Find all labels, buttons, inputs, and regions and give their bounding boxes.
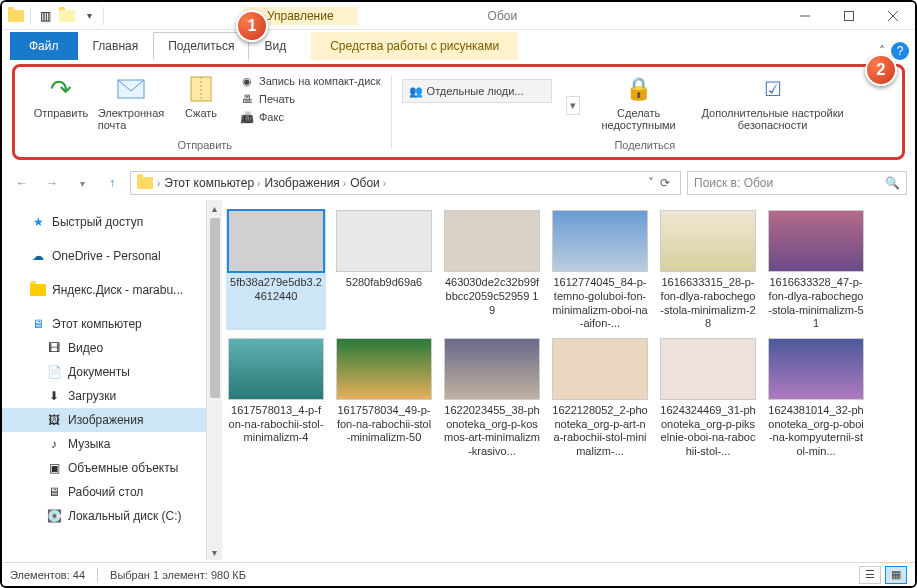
search-input[interactable]: Поиск в: Обои 🔍 [687, 171, 907, 195]
scroll-down-icon[interactable]: ▾ [207, 544, 222, 560]
file-label: 463030de2c32b99fbbcc2059c52959 19 [442, 276, 542, 317]
file-thumbnail [444, 338, 540, 400]
breadcrumb-seg-pictures[interactable]: Изображения› [264, 176, 346, 190]
window-controls [783, 2, 915, 30]
fax-label: Факс [259, 111, 284, 123]
downloads-icon: ⬇ [46, 388, 62, 404]
file-thumbnail [336, 338, 432, 400]
nav-3d-objects[interactable]: ▣Объемные объекты [2, 456, 222, 480]
view-details-button[interactable]: ☰ [859, 566, 881, 584]
scrollbar-thumb[interactable] [210, 218, 220, 398]
breadcrumb-seg-wallpapers[interactable]: Обои› [350, 176, 386, 190]
nav-documents[interactable]: 📄Документы [2, 360, 222, 384]
minimize-icon [800, 11, 810, 21]
file-label: 1624324469_31-phonoteka_org-p-pikselnie-… [658, 404, 758, 458]
ribbon-group-send: ↷ Отправить Электронная почта Сжать [23, 71, 387, 153]
separator [30, 7, 31, 25]
nav-recent-button[interactable]: ▾ [70, 171, 94, 195]
file-item[interactable]: 1624381014_32-phonoteka_org-p-oboi-na-ko… [766, 338, 866, 458]
nav-desktop[interactable]: 🖥Рабочий стол [2, 480, 222, 504]
scroll-up-icon[interactable]: ▴ [207, 200, 222, 216]
file-label: 1617578013_4-p-fon-na-rabochii-stol-mini… [226, 404, 326, 445]
nav-up-button[interactable]: ↑ [100, 171, 124, 195]
navigation-pane: ★Быстрый доступ ☁OneDrive - Personal Янд… [2, 200, 222, 560]
chevron-right-icon[interactable]: › [157, 178, 160, 189]
file-item[interactable]: 463030de2c32b99fbbcc2059c52959 19 [442, 210, 542, 330]
close-icon [888, 11, 898, 21]
addr-dropdown-icon[interactable]: ˅ [648, 176, 654, 190]
group-send-label: Отправить [29, 139, 381, 153]
maximize-button[interactable] [827, 2, 871, 30]
nav-this-pc[interactable]: 🖥Этот компьютер [2, 312, 222, 336]
ribbon-share: ↷ Отправить Электронная почта Сжать [12, 64, 905, 160]
help-button[interactable]: ? [891, 42, 909, 60]
close-button[interactable] [871, 2, 915, 30]
main-area: ★Быстрый доступ ☁OneDrive - Personal Янд… [2, 200, 915, 560]
file-label: 5fb38a279e5db3.24612440 [226, 276, 326, 304]
file-item[interactable]: 1617578034_49-p-fon-na-rabochii-stol-min… [334, 338, 434, 458]
zip-button[interactable]: Сжать [169, 71, 233, 119]
share-button[interactable]: ↷ Отправить [29, 71, 93, 119]
file-thumbnail [552, 338, 648, 400]
nav-pictures[interactable]: 🖼Изображения [2, 408, 222, 432]
nav-back-button[interactable]: ← [10, 171, 34, 195]
content-pane: 5fb38a279e5db3.246124405280fab9d69a64630… [222, 200, 915, 560]
nav-video[interactable]: 🎞Видео [2, 336, 222, 360]
remove-access-button[interactable]: 🔒 Сделать недоступными [594, 71, 684, 131]
file-item[interactable]: 1616633315_28-p-fon-dlya-rabochego-stola… [658, 210, 758, 330]
nav-yandex-disk[interactable]: Яндекс.Диск - marabu... [2, 278, 222, 302]
separator [97, 568, 98, 582]
zip-icon [185, 75, 217, 103]
advanced-security-button[interactable]: ☑ Дополнительные настройки безопасности [698, 71, 848, 131]
email-button[interactable]: Электронная почта [99, 71, 163, 131]
nav-onedrive[interactable]: ☁OneDrive - Personal [2, 244, 222, 268]
share-list-expand[interactable]: ▾ [566, 96, 580, 115]
burn-disc-button[interactable]: ◉ Запись на компакт-диск [239, 73, 381, 89]
nav-scrollbar[interactable]: ▴ ▾ [206, 200, 222, 560]
file-item[interactable]: 1622023455_38-phonoteka_org-p-kosmos-art… [442, 338, 542, 458]
nav-downloads[interactable]: ⬇Загрузки [2, 384, 222, 408]
lock-icon: 🔒 [623, 75, 655, 103]
file-item[interactable]: 5fb38a279e5db3.24612440 [226, 210, 326, 330]
annotation-marker-1: 1 [236, 10, 268, 42]
file-item[interactable]: 1624324469_31-phonoteka_org-p-pikselnie-… [658, 338, 758, 458]
new-folder-icon[interactable] [59, 8, 75, 24]
file-item[interactable]: 1612774045_84-p-temno-goluboi-fon-minima… [550, 210, 650, 330]
pc-icon: 🖥 [30, 316, 46, 332]
breadcrumb[interactable]: › Этот компьютер› Изображения› Обои› ˅ ⟳ [130, 171, 681, 195]
tab-home[interactable]: Главная [78, 32, 154, 60]
status-selection: Выбран 1 элемент: 980 КБ [110, 569, 246, 581]
nav-disk-c[interactable]: 💽Локальный диск (C:) [2, 504, 222, 528]
tab-picture-tools[interactable]: Средства работы с рисунками [311, 32, 518, 60]
nav-quick-access[interactable]: ★Быстрый доступ [2, 210, 222, 234]
properties-icon[interactable]: ▥ [37, 8, 53, 24]
qat-customize-icon[interactable]: ▾ [81, 8, 97, 24]
file-item[interactable]: 1616633328_47-p-fon-dlya-rabochego-stola… [766, 210, 866, 330]
file-item[interactable]: 1622128052_2-phonoteka_org-p-art-na-rabo… [550, 338, 650, 458]
tab-share[interactable]: Поделиться [153, 32, 249, 60]
refresh-icon[interactable]: ⟳ [660, 176, 670, 190]
file-label: 1624381014_32-phonoteka_org-p-oboi-na-ko… [766, 404, 866, 458]
file-label: 1616633315_28-p-fon-dlya-rabochego-stola… [658, 276, 758, 330]
file-item[interactable]: 5280fab9d69a6 [334, 210, 434, 330]
folder-icon [8, 8, 24, 24]
breadcrumb-seg-pc[interactable]: Этот компьютер› [164, 176, 260, 190]
tab-file[interactable]: Файл [10, 32, 78, 60]
people-icon: 👥 [409, 85, 423, 98]
file-item[interactable]: 1617578013_4-p-fon-na-rabochii-stol-mini… [226, 338, 326, 458]
pictures-icon: 🖼 [46, 412, 62, 428]
items-grid: 5fb38a279e5db3.246124405280fab9d69a64630… [226, 210, 911, 458]
nav-music[interactable]: ♪Музыка [2, 432, 222, 456]
file-thumbnail [660, 338, 756, 400]
address-bar: ← → ▾ ↑ › Этот компьютер› Изображения› О… [2, 166, 915, 200]
view-thumbnails-button[interactable]: ▦ [885, 566, 907, 584]
ribbon-tabs: Файл Главная Поделиться Вид Средства раб… [2, 30, 915, 60]
fax-button[interactable]: 📠 Факс [239, 109, 381, 125]
window-title: Обои [488, 9, 518, 23]
status-count: Элементов: 44 [10, 569, 85, 581]
specific-people-button[interactable]: 👥 Отдельные люди... [402, 79, 552, 103]
file-label: 1617578034_49-p-fon-na-rabochii-stol-min… [334, 404, 434, 445]
minimize-button[interactable] [783, 2, 827, 30]
print-button[interactable]: 🖶 Печать [239, 91, 381, 107]
search-icon: 🔍 [885, 176, 900, 190]
